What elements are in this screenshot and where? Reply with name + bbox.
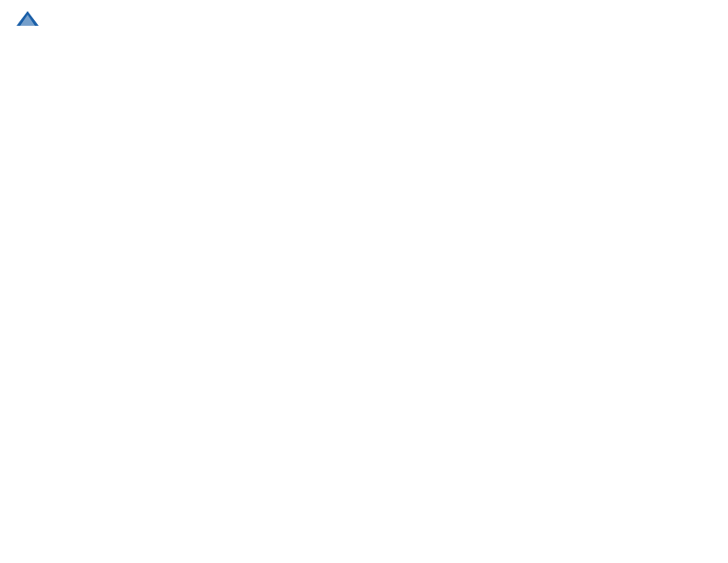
logo-icon [15,9,40,29]
header [9,9,719,29]
logo [13,9,42,29]
